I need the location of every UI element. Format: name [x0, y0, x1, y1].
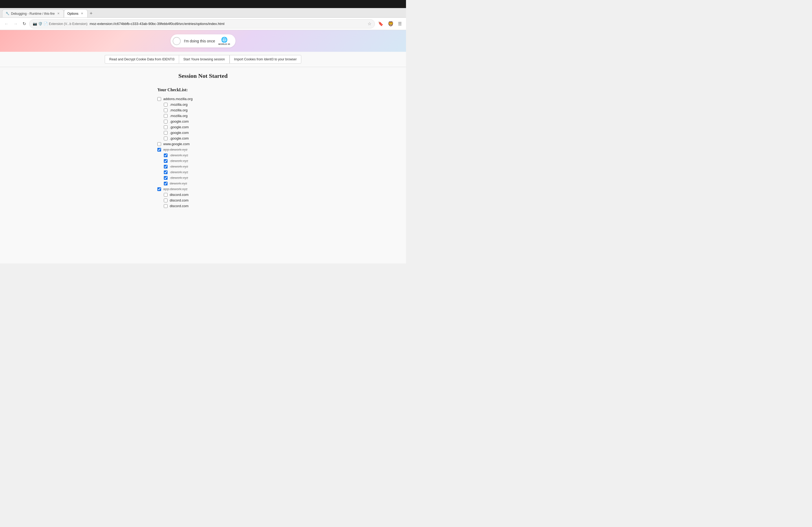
checklist-checkbox[interactable] [164, 165, 168, 168]
debug-tab[interactable]: 🔧 Debugging - Runtime / this-fire ✕ [2, 10, 64, 17]
checklist-label: .mozilla.org [170, 114, 187, 118]
checklist-checkbox[interactable] [164, 170, 168, 174]
checklist-item: .mozilla.org [157, 113, 249, 119]
nav-bar: ← → ↻ 📷 🛡️ 📄 Extension (V...b Extension)… [0, 18, 406, 30]
checklist-label: .mozilla.org [170, 108, 187, 112]
action-buttons: Read and Decrypt Cookie Data from IDENTI… [0, 52, 406, 67]
debug-tab-label: Debugging - Runtime / this-fire [11, 12, 55, 16]
checklist-checkbox[interactable] [164, 114, 168, 118]
checklist-checkbox[interactable] [164, 193, 168, 197]
world-id-circle [173, 37, 181, 45]
checklist-label: .google.com [170, 125, 189, 129]
world-id-logo-icon: 🌐 [221, 36, 228, 43]
checklist-item: app.dework.xyz [157, 147, 249, 152]
extension-content: I'm doing this once 🌐 WORLD ID Read and … [0, 30, 406, 264]
nav-right-controls: 🔖 🦁 ☰ [376, 20, 403, 28]
checklist-label: dework.xyz [170, 181, 187, 185]
checklist-label: .dework.xyz [170, 176, 188, 180]
world-id-logo-label: WORLD ID [218, 43, 230, 45]
checklist-label: addons.mozilla.org [163, 97, 192, 101]
checklist-checkbox[interactable] [164, 137, 168, 140]
checklist-item: app.dework.xyz [157, 186, 249, 192]
main-content: Session Not Started Your CheckList: addo… [0, 67, 406, 214]
checklist-item: .google.com [157, 119, 249, 124]
checklist-label: .dework.xyz [170, 153, 188, 157]
pocket-button[interactable]: 🔖 [376, 20, 385, 27]
forward-button[interactable]: → [12, 20, 19, 28]
url-bar[interactable]: 📷 🛡️ 📄 Extension (V...b Extension) moz-e… [29, 19, 375, 28]
checklist-item: .dework.xyz [157, 175, 249, 181]
checklist-section: Your CheckList: addons.mozilla.org.mozil… [157, 88, 249, 209]
checklist-checkbox[interactable] [164, 108, 168, 112]
checklist-checkbox[interactable] [164, 120, 168, 123]
checklist-item: .dework.xyz [157, 158, 249, 164]
world-id-pill[interactable]: I'm doing this once 🌐 WORLD ID [171, 34, 236, 47]
checklist-checkbox[interactable] [164, 199, 168, 202]
read-decrypt-button[interactable]: Read and Decrypt Cookie Data from IDENTI… [105, 55, 179, 64]
checklist-label: .google.com [170, 136, 189, 140]
bookmark-icon[interactable]: ☆ [367, 21, 371, 26]
checklist-checkbox[interactable] [157, 187, 161, 191]
checklist-label: .mozilla.org [170, 103, 187, 107]
start-browsing-button[interactable]: Start Youre browsing session [179, 55, 230, 64]
checklist-label: www.google.com [163, 142, 190, 146]
debug-tab-icon: 🔧 [6, 12, 10, 15]
checklist-item: .mozilla.org [157, 107, 249, 113]
checklist-label: .dework.xyz [170, 159, 188, 163]
checklist-item: addons.mozilla.org [157, 96, 249, 102]
checklist-checkbox[interactable] [157, 97, 161, 101]
checklist-item: discord.com [157, 192, 249, 197]
checklist-item: .google.com [157, 136, 249, 141]
checklist-item: .dework.xyz [157, 152, 249, 158]
checklist-checkbox[interactable] [164, 182, 168, 185]
world-id-logo: 🌐 WORLD ID [218, 36, 230, 45]
checklist-item: discord.com [157, 203, 249, 209]
checklist-item: .google.com [157, 124, 249, 130]
checklist-checkbox[interactable] [164, 204, 168, 208]
checklist-checkbox[interactable] [164, 153, 168, 157]
checklist-label: discord.com [170, 193, 188, 197]
checklist-checkbox[interactable] [164, 131, 168, 135]
world-id-text: I'm doing this once [184, 39, 215, 43]
checklist-label: app.dework.xyz [163, 187, 187, 191]
checklist-item: .google.com [157, 130, 249, 136]
brave-lion-button[interactable]: 🦁 [386, 20, 395, 28]
checklist-label: app.dework.xyz [163, 148, 187, 152]
import-cookies-button[interactable]: Import Cookies from Identl3 to your brow… [230, 55, 301, 64]
checklist-title: Your CheckList: [157, 88, 249, 92]
extension-label: Extension (V...b Extension) [49, 22, 88, 26]
menu-button[interactable]: ☰ [396, 20, 403, 27]
checklist-label: .google.com [170, 119, 189, 123]
reload-button[interactable]: ↻ [21, 19, 28, 28]
extension-icon: 📄 [44, 22, 48, 26]
url-bar-icons: 📷 🛡️ 📄 Extension (V...b Extension) [33, 22, 88, 26]
checklist-label: discord.com [170, 204, 188, 208]
checklist-checkbox[interactable] [164, 176, 168, 180]
checklist-item: .mozilla.org [157, 102, 249, 107]
url-text: moz-extension://c674bbfb-c333-43ab-90bc-… [90, 22, 365, 26]
checklist-checkbox[interactable] [164, 103, 168, 107]
checklist-item: dework.xyz [157, 181, 249, 186]
options-tab[interactable]: Options ✕ [64, 10, 88, 17]
camera-icon: 📷 [33, 22, 37, 26]
checklist-item: www.google.com [157, 141, 249, 147]
checklist-checkbox[interactable] [164, 159, 168, 163]
debug-tab-close[interactable]: ✕ [56, 12, 60, 16]
checklist-checkbox[interactable] [157, 148, 161, 152]
back-button[interactable]: ← [3, 20, 10, 28]
tab-bar: 🔧 Debugging - Runtime / this-fire ✕ Opti… [0, 8, 406, 18]
checklist-label: .dework.xyz [170, 170, 188, 174]
options-tab-close[interactable]: ✕ [80, 12, 84, 16]
checklist-item: .dework.xyz [157, 169, 249, 175]
checklist-container: addons.mozilla.org.mozilla.org.mozilla.o… [157, 96, 249, 209]
checklist-item: .dework.xyz [157, 164, 249, 169]
new-tab-button[interactable]: + [88, 10, 95, 17]
session-title: Session Not Started [178, 73, 228, 79]
checklist-label: .google.com [170, 131, 189, 135]
checklist-checkbox[interactable] [157, 142, 161, 146]
checklist-label: discord.com [170, 198, 188, 202]
checklist-checkbox[interactable] [164, 125, 168, 129]
checklist-label: .dework.xyz [170, 165, 188, 168]
options-tab-label: Options [68, 12, 78, 16]
world-id-banner: I'm doing this once 🌐 WORLD ID [0, 30, 406, 52]
